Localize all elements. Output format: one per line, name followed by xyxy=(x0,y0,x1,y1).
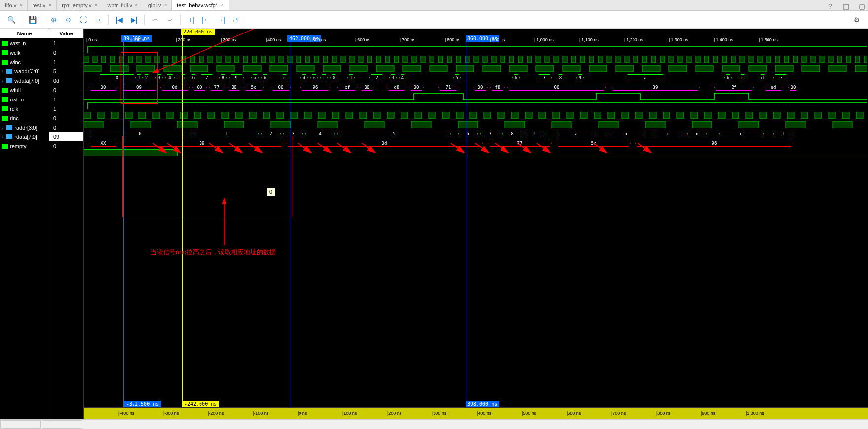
cursor-3[interactable] xyxy=(467,42,467,407)
signal-name-rinc[interactable]: rinc xyxy=(0,113,49,123)
signal-value-rclk[interactable]: 1 xyxy=(49,104,83,113)
svg-rect-278 xyxy=(360,112,367,119)
close-icon[interactable]: × xyxy=(164,2,167,8)
svg-rect-356 xyxy=(177,121,197,128)
bottom-marker-2[interactable]: 398.000 ns xyxy=(466,401,499,407)
ruler-tick: |0 ns xyxy=(86,37,97,42)
signal-label: wrst_n xyxy=(10,40,26,46)
signal-name-rrst_n[interactable]: rrst_n xyxy=(0,95,49,104)
status-tab-1[interactable] xyxy=(0,420,41,429)
next-marker-icon[interactable]: →| xyxy=(214,13,227,26)
expand-icon[interactable]: › xyxy=(2,68,3,74)
svg-rect-306 xyxy=(553,112,560,119)
prev-marker-icon[interactable]: |← xyxy=(200,13,212,26)
zoom-fit-icon[interactable]: ⛶ xyxy=(77,13,90,26)
help-icon[interactable]: ? xyxy=(824,0,836,13)
signal-name-waddr[3:0][interactable]: ›waddr[3:0] xyxy=(0,66,49,76)
svg-rect-246 xyxy=(139,112,146,119)
ruler-tick: |100 ns xyxy=(131,37,146,42)
next-edge-icon[interactable]: ⤻ xyxy=(164,13,176,26)
bus-value: a xyxy=(557,131,596,137)
signal-name-rdata[7:0][interactable]: ›rdata[7:0] xyxy=(0,132,49,141)
signal-name-rempty[interactable]: rempty xyxy=(0,141,49,151)
zoom-cursor-icon[interactable]: ↔ xyxy=(92,13,104,26)
go-start-icon[interactable]: |◀ xyxy=(113,13,126,26)
waveform-area[interactable]: 220.000 ns 89.500 ns 462.000 ns 860.000 … xyxy=(84,29,868,419)
cursor-main[interactable] xyxy=(182,35,183,407)
zoom-out-icon[interactable]: ⊖ xyxy=(62,13,75,26)
add-marker-icon[interactable]: +| xyxy=(185,13,198,26)
svg-rect-50 xyxy=(305,56,310,63)
svg-rect-88 xyxy=(474,56,478,63)
signal-value-rdata[7:0][interactable]: 09 xyxy=(49,132,83,141)
svg-rect-236 xyxy=(855,65,867,72)
svg-line-391 xyxy=(167,143,181,153)
bottom-marker-1[interactable]: -372.500 ns xyxy=(124,401,161,407)
svg-rect-202 xyxy=(403,65,421,72)
ruler-tick: |600 ns xyxy=(355,37,370,42)
wave-wdata[7:0][interactable]: 00090d0077005c0096cf00d8007100f800392fed… xyxy=(84,83,868,92)
tab-glbl[interactable]: glbl.v× xyxy=(143,0,172,10)
save-icon[interactable]: 💾 xyxy=(26,13,39,26)
settings-icon[interactable]: ⚙ xyxy=(850,13,863,26)
tab-rptr[interactable]: rptr_empty.v× xyxy=(57,0,102,10)
close-icon[interactable]: × xyxy=(19,2,22,8)
tab-wptr[interactable]: wptr_full.v× xyxy=(102,0,143,10)
close-icon[interactable]: × xyxy=(135,2,138,8)
signal-type-icon xyxy=(2,50,8,55)
svg-rect-272 xyxy=(318,112,325,119)
zoom-in-icon[interactable]: ⊕ xyxy=(47,13,60,26)
restore-icon[interactable]: ▢ xyxy=(855,0,868,13)
swap-icon[interactable]: ⇄ xyxy=(229,13,242,26)
ruler-tick: |600 ns xyxy=(567,411,581,416)
bus-value: 39 xyxy=(611,84,700,91)
close-icon[interactable]: × xyxy=(95,2,98,8)
time-ruler-bottom[interactable]: |-400 ns|-300 ns|-200 ns|-100 ns|0 ns|10… xyxy=(84,407,868,419)
cursor-2[interactable] xyxy=(290,42,290,407)
signal-name-rclk[interactable]: rclk xyxy=(0,104,49,113)
expand-icon[interactable]: › xyxy=(2,134,3,139)
close-icon[interactable]: × xyxy=(48,2,51,8)
signal-value-rempty[interactable]: 0 xyxy=(49,141,83,151)
maximize-icon[interactable]: ◱ xyxy=(839,0,852,13)
signal-name-raddr[3:0][interactable]: ›raddr[3:0] xyxy=(0,123,49,132)
bus-value: f xyxy=(773,131,793,137)
signal-value-winc[interactable]: 1 xyxy=(49,57,83,66)
search-icon[interactable]: 🔍 xyxy=(5,13,18,26)
signal-name-wdata[7:0][interactable]: ›wdata[7:0] xyxy=(0,76,49,85)
bus-value: 00 xyxy=(507,84,606,91)
signal-value-wfull[interactable]: 0 xyxy=(49,85,83,95)
go-end-icon[interactable]: ▶| xyxy=(128,13,140,26)
prev-edge-icon[interactable]: ⤺ xyxy=(149,13,162,26)
close-icon[interactable]: × xyxy=(221,2,224,8)
status-tab-2[interactable] xyxy=(42,420,82,429)
bus-value: c xyxy=(739,74,746,81)
svg-line-390 xyxy=(153,143,166,153)
signal-value-wdata[7:0][interactable]: 0d xyxy=(49,76,83,85)
ruler-tick: |-300 ns xyxy=(163,411,179,416)
expand-icon[interactable]: › xyxy=(2,125,3,130)
signal-name-wclk[interactable]: wclk xyxy=(0,48,49,57)
wave-rinc[interactable] xyxy=(84,120,868,130)
signal-name-wfull[interactable]: wfull xyxy=(0,85,49,95)
svg-rect-104 xyxy=(545,56,549,63)
svg-rect-206 xyxy=(456,65,474,72)
tab-wcfg[interactable]: test_behav.wcfg*× xyxy=(172,0,229,10)
wave-wfull[interactable] xyxy=(84,92,868,101)
signal-value-wclk[interactable]: 0 xyxy=(49,48,83,57)
bottom-marker-yellow[interactable]: -242.000 ns xyxy=(182,401,219,407)
tab-fifo[interactable]: fifo.v× xyxy=(0,0,28,10)
signal-name-wrst_n[interactable]: wrst_n xyxy=(0,38,49,48)
wave-rclk[interactable] xyxy=(84,111,868,120)
expand-icon[interactable]: › xyxy=(2,78,3,83)
signal-value-raddr[3:0][interactable]: 0 xyxy=(49,123,83,132)
signal-name-winc[interactable]: winc xyxy=(0,57,49,66)
signal-value-wrst_n[interactable]: 1 xyxy=(49,38,83,48)
signal-value-waddr[3:0][interactable]: 5 xyxy=(49,66,83,76)
signal-value-rrst_n[interactable]: 1 xyxy=(49,95,83,104)
svg-rect-0 xyxy=(84,56,88,63)
tab-test[interactable]: test.v× xyxy=(28,0,57,10)
svg-line-388 xyxy=(153,29,271,73)
signal-value-rinc[interactable]: 0 xyxy=(49,113,83,123)
wave-rrst_n[interactable] xyxy=(84,101,868,111)
